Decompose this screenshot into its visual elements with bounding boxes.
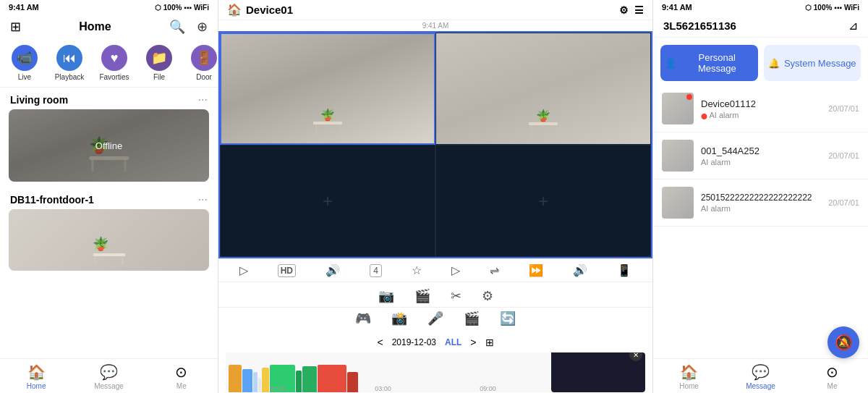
- video-cell-1[interactable]: 🪴: [220, 33, 435, 145]
- notification-list: Device01112 ⬤ AI alarm 20/07/01 001_544A…: [653, 85, 868, 358]
- phone-icon[interactable]: 📱: [617, 263, 631, 277]
- timeline-prev[interactable]: <: [377, 337, 383, 348]
- volume-icon[interactable]: 🔊: [326, 263, 340, 277]
- add-feed-icon-3: +: [323, 191, 333, 211]
- notif-sub-1: ⬤ AI alarm: [701, 111, 821, 119]
- living-room-more[interactable]: ···: [198, 93, 208, 106]
- play-icon[interactable]: ▷: [239, 263, 248, 277]
- search-icon[interactable]: 🔍: [169, 19, 185, 35]
- home-nav-icon[interactable]: 🏠: [227, 3, 242, 17]
- star-icon[interactable]: ☆: [412, 263, 422, 277]
- fastforward-icon[interactable]: ⏩: [529, 263, 543, 277]
- popup-close-button[interactable]: ✕: [629, 352, 642, 361]
- messages-panel: 9:41 AM ⬡ 100% ▪▪▪ WiFi 3L5621651136 ⊿ 👤…: [653, 0, 868, 393]
- person-icon: 👤: [665, 58, 676, 69]
- msg-tab-home[interactable]: 🏠 Home: [653, 363, 725, 390]
- notification-item-3[interactable]: 25015222222222222222222 AI alarm 20/07/0…: [653, 179, 868, 227]
- msg-me-icon: ⊙: [826, 363, 838, 381]
- settings2-icon[interactable]: ⚙: [482, 288, 493, 304]
- play2-icon[interactable]: ▷: [451, 263, 460, 277]
- status-icons-3: ⬡ 100% ▪▪▪ WiFi: [805, 4, 859, 12]
- favorites-icon: ♥: [101, 45, 127, 71]
- tab-me[interactable]: ⊙ Me: [145, 363, 218, 390]
- scissors-icon[interactable]: ✂: [451, 288, 461, 304]
- notification-item-2[interactable]: 001_544A252 AI alarm 20/07/01: [653, 132, 868, 179]
- grid4-icon[interactable]: 4: [370, 264, 382, 277]
- message-tab-label: Message: [94, 382, 124, 390]
- time-3: 9:41 AM: [662, 3, 692, 12]
- status-bar-2: 🏠 Device01 ⚙ ☰: [218, 0, 652, 20]
- personal-message-button[interactable]: 👤 Personal Message: [660, 45, 758, 81]
- filter-icon[interactable]: ⊿: [848, 19, 858, 33]
- playback-label: Playback: [55, 73, 85, 81]
- notif-time-3: 20/07/01: [828, 198, 859, 207]
- tab-home[interactable]: 🏠 Home: [0, 363, 72, 390]
- flip-icon[interactable]: ⇌: [490, 263, 499, 277]
- home-tab-bar: 🏠 Home 💬 Message ⊙ Me: [0, 358, 218, 393]
- msg-home-icon: 🏠: [680, 363, 698, 381]
- signal-icon: ▪▪▪: [184, 4, 192, 12]
- nav-icons: 🔍 ⊕: [169, 19, 208, 35]
- time-label-3: 09:00: [480, 385, 496, 392]
- grid-icon[interactable]: ⊞: [10, 19, 21, 35]
- capture-icon[interactable]: 📷: [378, 288, 394, 304]
- living-room-camera[interactable]: 🪴 Offline: [9, 109, 209, 182]
- msg-me-label: Me: [827, 382, 838, 390]
- screenshot-icon[interactable]: 📸: [391, 310, 407, 326]
- video-icon[interactable]: 🎬: [464, 310, 480, 326]
- record-icon[interactable]: 🎬: [414, 288, 430, 304]
- timeline-all[interactable]: ALL: [445, 337, 461, 347]
- video-cell-2[interactable]: 🪴: [435, 33, 651, 145]
- video-controls: ▷ HD 🔊 4 ☆ ▷ ⇌ ⏩ 🔊 📱: [218, 258, 652, 282]
- system-message-button[interactable]: 🔔 System Message: [764, 45, 861, 81]
- toolbar-live[interactable]: 📹 Live: [7, 45, 42, 81]
- me-tab-icon: ⊙: [175, 363, 187, 381]
- tab-message[interactable]: 💬 Message: [72, 363, 145, 390]
- notif-thumb-2: [662, 140, 694, 172]
- me-tab-label: Me: [176, 382, 187, 390]
- time-label-1: 02:00: [270, 385, 286, 392]
- db11-camera[interactable]: 🪴: [9, 209, 209, 271]
- volume2-icon[interactable]: 🔊: [573, 263, 587, 277]
- status-bar-3: 9:41 AM ⬡ 100% ▪▪▪ WiFi: [653, 0, 868, 14]
- mic-icon[interactable]: 🎤: [427, 310, 443, 326]
- fab-button[interactable]: 🔕: [827, 326, 859, 358]
- toolbar-door[interactable]: 🚪 Door: [187, 45, 218, 81]
- video-cell-3[interactable]: +: [220, 145, 435, 257]
- msg-message-label: Message: [746, 382, 775, 390]
- toolbar-file[interactable]: 📁 File: [142, 45, 176, 81]
- msg-message-icon: 💬: [752, 363, 770, 381]
- toolbar-playback[interactable]: ⏮ Playback: [52, 45, 87, 81]
- living-room-header: Living room ···: [0, 88, 218, 109]
- msg-tab-message[interactable]: 💬 Message: [725, 363, 796, 390]
- hd-icon[interactable]: HD: [278, 264, 296, 277]
- timeline-date: 2019-12-03: [392, 337, 436, 347]
- rotate-icon[interactable]: 🔄: [500, 310, 516, 326]
- joystick-icon[interactable]: 🎮: [355, 310, 371, 326]
- db11-more[interactable]: ···: [198, 193, 208, 206]
- device-title: Device01: [246, 4, 293, 16]
- notif-info-2: 001_544A252 AI alarm: [701, 145, 821, 166]
- time-1: 9:41 AM: [9, 3, 39, 12]
- toolbar-favorites[interactable]: ♥ Favorties: [97, 45, 132, 81]
- notification-item-1[interactable]: Device01112 ⬤ AI alarm 20/07/01: [653, 85, 868, 132]
- personal-message-label: Personal Message: [681, 52, 754, 74]
- message-type-buttons: 👤 Personal Message 🔔 System Message: [653, 38, 868, 85]
- notif-sub-2: AI alarm: [701, 158, 821, 166]
- add-feed-icon-4: +: [538, 191, 548, 211]
- settings-icon[interactable]: ⚙: [619, 4, 629, 16]
- messages-header: 3L5621651136 ⊿: [653, 14, 868, 38]
- wifi-icon-3: WiFi: [844, 4, 859, 12]
- video-grid: 🪴 🪴: [218, 31, 652, 258]
- timeline-next[interactable]: >: [470, 337, 476, 348]
- msg-tab-me[interactable]: ⊙ Me: [796, 363, 868, 390]
- status-icons-1: ⬡ 100% ▪▪▪ WiFi: [155, 4, 209, 12]
- menu-icon[interactable]: ☰: [634, 4, 644, 16]
- timeline-grid-icon[interactable]: ⊞: [485, 337, 494, 348]
- nav-header-1: ⊞ Home 🔍 ⊕: [0, 14, 218, 39]
- notif-time-1: 20/07/01: [828, 104, 859, 113]
- add-icon[interactable]: ⊕: [197, 19, 208, 35]
- playback-icon: ⏮: [56, 45, 82, 71]
- video-cell-4[interactable]: +: [435, 145, 651, 257]
- offline-overlay: Offline: [9, 109, 209, 182]
